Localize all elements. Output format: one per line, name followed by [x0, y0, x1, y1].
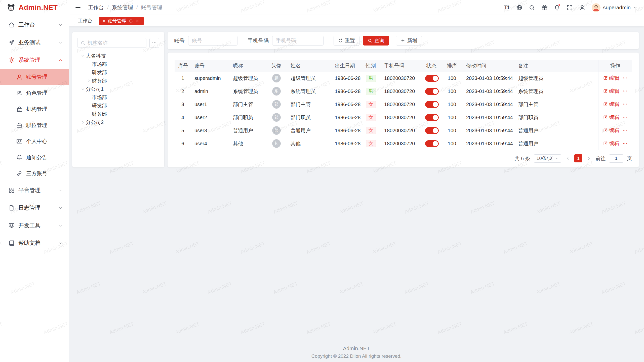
more-actions-button[interactable]	[622, 88, 627, 94]
edit-label: 编辑	[609, 127, 619, 134]
goto-page-input[interactable]	[609, 154, 623, 163]
status-toggle[interactable]	[425, 75, 439, 82]
close-icon[interactable]	[135, 19, 140, 23]
phone-input[interactable]	[272, 36, 324, 46]
sidebar-item-notice[interactable]: 通知公告	[0, 149, 69, 165]
chevron-up-icon	[58, 58, 63, 62]
sidebar-item-role-mgmt[interactable]: 角色管理	[0, 85, 69, 101]
more-actions-button[interactable]	[622, 128, 627, 133]
logo[interactable]: Admin.NET	[0, 0, 69, 15]
tree-more-button[interactable]	[149, 38, 159, 48]
tree-caret-icon[interactable]	[80, 119, 86, 125]
sidebar-item-label: 个人中心	[26, 138, 63, 145]
table-row: 6user4其他其其他1986-06-28女180200307201002023…	[175, 137, 632, 150]
table-row: 3user1部门主管部部门主管1986-06-28女18020030720100…	[175, 98, 632, 111]
edit-label: 编辑	[609, 140, 619, 147]
edit-button[interactable]: 编辑	[603, 140, 619, 147]
book-icon	[8, 240, 15, 246]
sidebar-item-label: 角色管理	[26, 89, 63, 97]
search-button[interactable]: 查询	[363, 36, 389, 46]
tab-account-mgmt[interactable]: 账号管理	[99, 17, 144, 25]
tree-node[interactable]: 分公司1	[77, 85, 159, 93]
reset-button[interactable]: 重置	[334, 36, 359, 46]
cell-account: superadmin	[191, 72, 229, 85]
cell-avatar: 普	[266, 124, 287, 137]
breadcrumb-item[interactable]: 工作台	[88, 4, 104, 11]
sidebar-item-log-mgmt[interactable]: 日志管理	[0, 199, 69, 217]
tree-caret-icon[interactable]	[80, 86, 86, 92]
prev-page-button[interactable]	[565, 155, 571, 161]
chevron-right-icon	[587, 156, 591, 161]
more-icon	[622, 75, 627, 80]
add-button[interactable]: 新增	[396, 36, 422, 46]
user-icon	[16, 74, 23, 80]
more-actions-button[interactable]	[622, 75, 627, 80]
tree-node[interactable]: 市场部	[77, 60, 159, 68]
edit-button[interactable]: 编辑	[603, 101, 619, 108]
sidebar-item-system[interactable]: 系统管理	[0, 51, 69, 69]
global-search-button[interactable]	[526, 2, 537, 13]
status-toggle[interactable]	[425, 88, 439, 95]
edit-button[interactable]: 编辑	[603, 114, 619, 121]
org-search-input[interactable]	[88, 40, 143, 46]
tree-node[interactable]: 研发部	[77, 68, 159, 77]
user-menu[interactable]: superadmin	[592, 3, 637, 12]
edit-button[interactable]: 编辑	[603, 127, 619, 134]
status-toggle[interactable]	[425, 114, 439, 121]
language-button[interactable]	[514, 2, 525, 13]
edit-button[interactable]: 编辑	[603, 75, 619, 81]
chevron-down-icon	[58, 223, 63, 228]
sidebar-item-profile-center[interactable]: 个人中心	[0, 133, 69, 149]
next-page-button[interactable]	[586, 155, 592, 161]
sidebar-item-business-test[interactable]: 业务测试	[0, 34, 69, 51]
sidebar-item-workbench[interactable]: 工作台	[0, 16, 69, 34]
cell-index: 4	[175, 111, 191, 124]
page-number-current[interactable]: 1	[574, 154, 582, 162]
account-input[interactable]	[188, 36, 237, 46]
tree-node[interactable]: 市场部	[77, 93, 159, 102]
notification-button[interactable]	[551, 2, 562, 13]
cell-nickname: 部门职员	[229, 111, 266, 124]
layout-config-button[interactable]	[577, 2, 588, 13]
tree-node-label: 研发部	[92, 102, 107, 109]
more-actions-button[interactable]	[622, 102, 627, 107]
sidebar-item-platform-mgmt[interactable]: 平台管理	[0, 182, 69, 199]
add-label: 新增	[407, 37, 417, 44]
edit-button[interactable]: 编辑	[603, 88, 619, 95]
sidebar-item-position-mgmt[interactable]: 职位管理	[0, 117, 69, 133]
sidebar-menu: 工作台 业务测试 系统管理 账号管理 角色管理	[0, 15, 69, 362]
tree-node[interactable]: 研发部	[77, 102, 159, 110]
sidebar-item-help-docs[interactable]: 帮助文档	[0, 234, 69, 252]
sidebar-item-dev-tools[interactable]: 开发工具	[0, 217, 69, 234]
tabbar: 工作台 账号管理	[69, 15, 644, 26]
tree-caret-icon[interactable]	[80, 53, 86, 59]
theme-button[interactable]	[539, 2, 550, 13]
sidebar-item-org-mgmt[interactable]: 机构管理	[0, 101, 69, 117]
menu-collapse-icon[interactable]	[73, 3, 83, 13]
more-actions-button[interactable]	[622, 115, 627, 120]
sidebar-item-label: 三方账号	[26, 170, 63, 177]
page-size-select[interactable]: 10条/页	[534, 154, 561, 163]
status-toggle[interactable]	[425, 140, 439, 147]
tree-node[interactable]: 财务部	[77, 77, 159, 85]
more-actions-button[interactable]	[622, 141, 627, 146]
breadcrumb-item[interactable]: 系统管理	[112, 4, 133, 11]
breadcrumb: 工作台 / 系统管理 / 账号管理	[88, 4, 162, 11]
status-toggle[interactable]	[425, 101, 439, 108]
font-size-button[interactable]: Tt	[501, 2, 512, 13]
system-submenu: 账号管理 角色管理 机构管理 职位管理 个人中心	[0, 69, 69, 182]
content: 大名科技市场部研发部财务部分公司1市场部研发部财务部分公司2 账号 手机号码 重…	[69, 26, 644, 362]
cell-account: user3	[191, 124, 229, 137]
fullscreen-button[interactable]	[564, 2, 575, 13]
tree-node[interactable]: 大名科技	[77, 52, 159, 60]
tab-workbench[interactable]: 工作台	[74, 17, 96, 25]
sidebar-item-thirdparty-account[interactable]: 三方账号	[0, 165, 69, 182]
tree-node[interactable]: 分公司2	[77, 118, 159, 126]
status-toggle[interactable]	[425, 127, 439, 134]
refresh-icon[interactable]	[129, 19, 133, 23]
gender-tag: 男	[366, 75, 376, 82]
tree-node[interactable]: 财务部	[77, 110, 159, 118]
sidebar-item-account-mgmt[interactable]: 账号管理	[0, 69, 69, 85]
tree-caret-icon[interactable]	[86, 78, 92, 84]
user-table-panel: 序号 账号 昵称 头像 姓名 出生日期 性别 手机号码 状态 排序 修改时间	[168, 53, 639, 167]
